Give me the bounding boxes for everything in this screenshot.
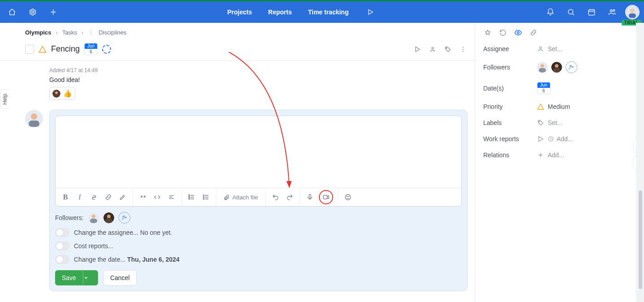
link-icon[interactable] [529, 28, 538, 37]
gear-icon[interactable] [25, 4, 40, 20]
quote-icon[interactable] [137, 192, 148, 203]
code-icon[interactable] [152, 192, 163, 203]
italic-icon[interactable]: I [74, 192, 85, 203]
nav-projects[interactable]: Projects [226, 6, 254, 18]
refresh-icon[interactable] [498, 28, 507, 37]
value-priority[interactable]: Medium [537, 103, 629, 110]
undo-icon[interactable] [270, 192, 281, 203]
label-workreports: Work reports [483, 135, 532, 142]
chip-month: Jun [537, 82, 550, 88]
svg-point-32 [347, 196, 347, 197]
add-follower-button[interactable] [566, 61, 577, 73]
mic-icon[interactable] [305, 192, 315, 203]
toggle[interactable] [55, 242, 69, 250]
labels-set: Set... [548, 119, 562, 126]
status-circle-icon[interactable] [102, 45, 111, 54]
people-icon[interactable] [605, 4, 620, 20]
row-followers: Followers [483, 57, 629, 78]
value-labels[interactable]: Set... [537, 119, 629, 126]
scrollbar[interactable] [636, 23, 644, 302]
svg-point-28 [203, 198, 204, 199]
home-icon[interactable] [4, 4, 20, 20]
plus-icon[interactable] [46, 4, 61, 20]
task-checkbox[interactable] [25, 45, 34, 54]
toggle-value: No one yet. [140, 229, 172, 236]
label-priority: Priority [483, 103, 532, 110]
relations-add: Add... [548, 151, 564, 159]
value-assignee[interactable]: Set... [537, 45, 629, 52]
cancel-button[interactable]: Cancel [103, 270, 137, 285]
toggle[interactable] [55, 228, 69, 237]
more-icon[interactable] [459, 45, 468, 54]
chip-month: Jun [85, 43, 97, 49]
breadcrumb-current[interactable]: Disciplines [99, 29, 126, 36]
value-workreports[interactable]: Add... [537, 135, 629, 142]
add-follower-button[interactable] [119, 212, 130, 224]
ordered-list-icon[interactable]: 123 [186, 192, 197, 203]
toggle-label: Change the date... [74, 256, 127, 263]
comment-text: Good idea! [49, 76, 468, 83]
attach-file-button[interactable]: Attach file [221, 194, 261, 201]
svg-point-44 [541, 64, 544, 68]
save-button[interactable]: Save [55, 270, 83, 285]
eye-icon[interactable] [514, 28, 523, 37]
link-icon[interactable] [103, 192, 114, 203]
avatar[interactable] [537, 62, 548, 73]
avatar[interactable] [625, 5, 640, 19]
task-header: Fencing Jun 6 [25, 40, 468, 59]
reaction-chip[interactable]: 👍 [49, 87, 75, 100]
strike-icon[interactable] [89, 192, 99, 203]
row-relations: Relations Add... [483, 147, 629, 163]
avatar [52, 90, 60, 98]
svg-point-10 [91, 32, 92, 33]
bold-icon[interactable]: B [60, 192, 71, 203]
svg-point-27 [203, 197, 204, 198]
nav-time-tracking[interactable]: Time tracking [306, 6, 351, 18]
editor-textarea[interactable] [56, 116, 461, 188]
task-date-chip[interactable]: Jun 6 [84, 43, 98, 55]
calendar-icon[interactable] [584, 4, 599, 20]
save-dropdown-button[interactable] [83, 270, 98, 285]
breadcrumb-root[interactable]: Olympics [25, 29, 52, 36]
breadcrumb-overflow[interactable] [88, 30, 94, 36]
play-icon[interactable] [363, 4, 378, 20]
paragraph-icon[interactable] [166, 192, 177, 203]
svg-marker-12 [416, 47, 420, 52]
redo-icon[interactable] [284, 192, 295, 203]
play-icon[interactable] [413, 45, 422, 54]
toggle-label: Change the assignee... [74, 229, 140, 236]
video-record-button[interactable] [319, 190, 333, 204]
star-icon[interactable] [483, 28, 492, 37]
scrollbar-thumb[interactable] [639, 190, 642, 289]
breadcrumb-tasks[interactable]: Tasks [62, 29, 77, 36]
chip-day: 6 [540, 88, 548, 94]
breadcrumb: Olympics › Tasks › Disciplines [25, 23, 468, 40]
followers-label: Followers: [55, 214, 84, 221]
tag-icon[interactable] [443, 45, 452, 54]
svg-text:3: 3 [189, 198, 190, 200]
search-icon[interactable] [563, 4, 579, 20]
emoji-icon[interactable] [343, 192, 353, 203]
bell-icon[interactable] [543, 4, 558, 20]
svg-point-35 [92, 215, 95, 218]
bullet-list-icon[interactable] [201, 192, 211, 203]
nav-reports[interactable]: Reports [266, 6, 294, 18]
assignee-icon[interactable] [428, 45, 437, 54]
chevron-right-icon: › [82, 29, 83, 36]
thumbs-up-icon: 👍 [63, 89, 72, 98]
value-relations[interactable]: Add... [537, 151, 629, 159]
label-assignee: Assignee [483, 45, 532, 52]
avatar [25, 110, 43, 128]
row-work-reports: Work reports Add... [483, 131, 629, 147]
avatar[interactable] [103, 212, 114, 223]
toggle[interactable] [55, 255, 69, 264]
svg-rect-45 [539, 68, 546, 73]
svg-point-4 [610, 10, 613, 12]
avatar[interactable] [88, 212, 99, 223]
avatar[interactable] [551, 62, 562, 73]
main-content: Olympics › Tasks › Disciplines Fencing J… [0, 23, 475, 302]
highlight-icon[interactable] [117, 192, 128, 203]
value-dates[interactable]: Jun 6 [537, 82, 629, 94]
toggle-label: Cost reports... [74, 242, 113, 250]
value-followers[interactable] [537, 61, 629, 73]
